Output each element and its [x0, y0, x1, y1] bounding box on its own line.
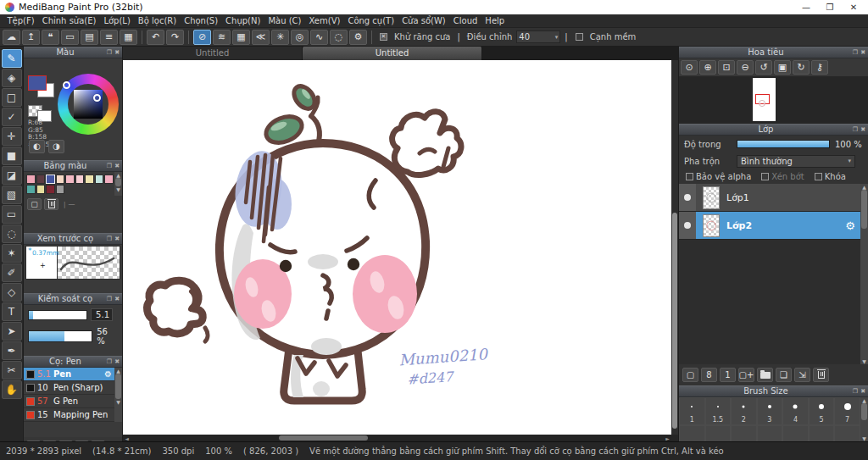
snap-radial-button[interactable]: ✳ — [271, 30, 289, 45]
new-1bit-layer-button[interactable]: 1 — [720, 368, 736, 382]
select-eraser-tool[interactable]: ◇ — [2, 283, 22, 302]
palette-swatch[interactable] — [26, 185, 36, 194]
brush-size-cell[interactable]: 5 — [809, 397, 835, 425]
brush-size-slider[interactable] — [28, 310, 87, 320]
eyedropper-tool[interactable]: ✒ — [2, 341, 22, 360]
popout-icon[interactable]: ❐ — [107, 49, 112, 56]
snap-curve-button[interactable]: ∿ — [310, 30, 328, 45]
brush-row[interactable]: 15Mapping Pen — [24, 408, 114, 422]
menu-item[interactable]: Lớp(L) — [100, 16, 134, 25]
scroll-left-icon[interactable]: ◄ — [123, 435, 131, 441]
rotate-left-button[interactable]: ↺ — [755, 60, 772, 75]
scroll-down-icon[interactable]: ▼ — [862, 435, 866, 441]
brush-opacity-slider[interactable] — [28, 330, 92, 342]
menu-item[interactable]: Cửa sổ(W) — [398, 16, 450, 25]
add-palette-color-button[interactable]: ▢ — [27, 198, 42, 210]
antialias-checkbox[interactable]: ✕ — [380, 33, 387, 41]
menu-item[interactable]: Cloud — [449, 16, 481, 25]
move-tool[interactable]: ✛ — [2, 127, 22, 146]
scroll-right-icon[interactable]: ► — [664, 435, 671, 441]
fit-window-button[interactable]: ⊡ — [718, 60, 735, 75]
new-canvas-button[interactable]: ▦ — [120, 30, 137, 45]
redo-button[interactable]: ↷ — [166, 30, 184, 45]
panel-tool[interactable]: ✂ — [2, 361, 22, 380]
color-wheel[interactable] — [58, 74, 119, 135]
color-wheel-button[interactable]: ◐ — [29, 140, 45, 153]
brush-size-value[interactable]: 5.1 — [91, 308, 113, 321]
snap-off-button[interactable]: ⊘ — [193, 30, 211, 45]
opacity-slider[interactable] — [737, 140, 830, 148]
scrollbar-thumb[interactable] — [672, 213, 677, 429]
document-tab[interactable]: Untitled — [303, 47, 482, 60]
undo-button[interactable]: ↶ — [147, 30, 164, 45]
menu-item[interactable]: Xem(V) — [305, 16, 344, 25]
snap-concentric-button[interactable]: ◎ — [291, 30, 309, 45]
brush-size-cell[interactable]: 3 — [757, 397, 783, 425]
palette-swatch[interactable] — [56, 185, 65, 194]
brush-size-cell[interactable] — [782, 425, 809, 441]
reset-view-button[interactable]: ▣ — [774, 60, 791, 75]
soft-edge-checkbox[interactable] — [576, 33, 583, 41]
scrollbar-thumb[interactable] — [279, 435, 368, 441]
layer-checkbox-option[interactable]: Khóa — [811, 172, 846, 181]
palette-swatch[interactable] — [46, 185, 55, 194]
canvas[interactable]: Mumu0210 #d247 — [123, 60, 671, 435]
new-layer-button[interactable]: ▢ — [682, 368, 698, 382]
magic-wand-tool[interactable]: ✶ — [2, 244, 22, 263]
adjust-dropdown[interactable]: 40 ▾ — [516, 30, 560, 43]
unlock-button[interactable]: ⚷ — [811, 60, 828, 75]
popout-icon[interactable]: ❐ — [853, 126, 858, 133]
restore-button[interactable]: ❐ — [819, 1, 841, 14]
close-icon[interactable]: ✖ — [860, 388, 865, 395]
scroll-up-icon[interactable]: ▲ — [116, 368, 120, 374]
close-icon[interactable]: ✖ — [114, 358, 120, 365]
menu-item[interactable]: Chọn(S) — [181, 16, 222, 25]
publish-button[interactable]: ↥ — [22, 30, 40, 45]
layer-row[interactable]: Lớp2⚙ — [679, 212, 860, 240]
palette-swatch[interactable] — [36, 175, 46, 184]
brush-size-cell[interactable]: 7 — [834, 397, 860, 425]
brush-size-cell[interactable] — [809, 425, 835, 441]
brush-row[interactable]: 5.1Pen⚙ — [24, 368, 114, 381]
zoom-in-button[interactable]: ⊕ — [699, 60, 716, 75]
snap-parallel-button[interactable]: ≋ — [213, 30, 231, 45]
select-pen-tool[interactable]: ✐ — [2, 263, 22, 282]
popout-icon[interactable]: ❐ — [853, 388, 858, 395]
brush-size-cell[interactable] — [834, 425, 860, 441]
menu-item[interactable]: Công cụ(T) — [344, 16, 398, 25]
menu-item[interactable]: Help — [481, 16, 509, 25]
palette-swatch[interactable] — [85, 175, 94, 184]
popout-icon[interactable]: ❐ — [107, 236, 112, 242]
palette-scrollbar[interactable]: ▲ ▼ — [114, 172, 122, 196]
brush-size-cell[interactable]: 1 — [679, 397, 705, 425]
layers-scrollbar[interactable]: ▲ ▼ — [860, 184, 868, 364]
operation-tool[interactable]: ➤ — [2, 322, 22, 341]
palette-swatch[interactable] — [75, 175, 85, 184]
brush-tool[interactable]: ✎ — [2, 49, 22, 68]
gradient-tool[interactable]: ▧ — [2, 186, 22, 204]
bucket-tool[interactable]: ◪ — [2, 166, 22, 185]
close-icon[interactable]: ✖ — [860, 126, 865, 133]
minimize-button[interactable]: — — [795, 1, 817, 14]
snap-ellipse-button[interactable]: ◌ — [330, 30, 348, 45]
close-icon[interactable]: ✖ — [860, 49, 865, 56]
layer-visibility-toggle[interactable] — [679, 184, 696, 211]
checkbox-icon[interactable] — [815, 173, 822, 180]
delete-layer-button[interactable] — [813, 368, 829, 382]
layer-checkbox-option[interactable]: Bảo vệ alpha — [682, 172, 751, 181]
zoom-actual-button[interactable]: ⊙ — [681, 60, 698, 75]
eraser-tool[interactable]: ◈ — [2, 69, 22, 87]
color-sliders-button[interactable]: ◑ — [48, 140, 64, 153]
layer-visibility-toggle[interactable] — [679, 212, 696, 239]
snap-vanishing-button[interactable]: ≪ — [252, 30, 270, 45]
select-tool[interactable]: ▭ — [2, 205, 22, 224]
brush-row[interactable]: 10Pen (Sharp) — [24, 381, 114, 395]
snap-grid-button[interactable]: ▦ — [232, 30, 250, 45]
menu-item[interactable]: Màu (C) — [264, 16, 305, 25]
checkbox-icon[interactable] — [761, 173, 769, 180]
menu-item[interactable]: Bộ lọc(R) — [134, 16, 180, 25]
palette-swatch[interactable] — [65, 175, 75, 184]
popout-icon[interactable]: ❐ — [107, 163, 112, 169]
menu-item[interactable]: Tệp(F) — [3, 16, 38, 25]
hand-tool[interactable]: ✋ — [2, 380, 22, 399]
